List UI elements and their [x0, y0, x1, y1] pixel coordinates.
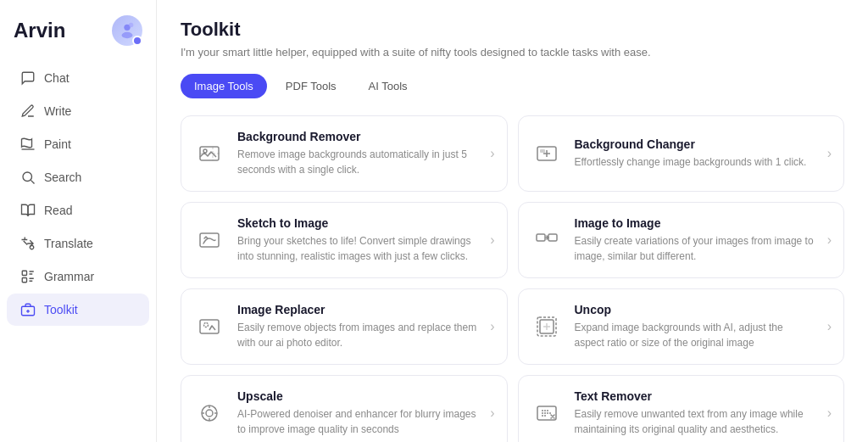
svg-rect-18 [548, 234, 557, 241]
svg-point-6 [30, 245, 34, 249]
image-replacer-icon [193, 311, 225, 343]
tool-desc: Effortlessly change image backgrounds wi… [575, 154, 815, 170]
toolkit-icon [20, 302, 36, 317]
tool-name: Uncop [575, 303, 815, 316]
tool-name: Background Changer [575, 137, 815, 151]
tool-info: Sketch to Image Bring your sketches to l… [237, 216, 478, 264]
sidebar-item-label: Read [44, 204, 72, 217]
sidebar-logo: Arvin [0, 15, 156, 61]
app-title: Arvin [14, 19, 65, 42]
tool-desc: Remove image backgrounds automatically i… [237, 147, 478, 177]
sidebar-item-label: Toolkit [44, 303, 78, 316]
tool-card-background-changer[interactable]: Background Changer Effortlessly change i… [518, 115, 845, 192]
paint-icon [20, 137, 36, 152]
svg-point-24 [206, 410, 213, 417]
arrow-icon: › [490, 146, 494, 161]
tool-card-background-remover[interactable]: Background Remover Remove image backgrou… [181, 115, 508, 192]
sidebar-item-write[interactable]: Write [7, 95, 149, 127]
tool-desc: Easily remove objects from images and re… [237, 320, 478, 350]
svg-point-20 [204, 323, 209, 327]
tool-info: Image to Image Easily create variations … [575, 216, 815, 264]
tab-image-tools[interactable]: Image Tools [181, 74, 267, 98]
tool-info: Background Remover Remove image backgrou… [237, 130, 478, 177]
tool-desc: Easily remove unwanted text from any ima… [575, 406, 815, 437]
sidebar-item-label: Write [44, 104, 71, 118]
background-remover-icon [193, 137, 225, 170]
sidebar-item-chat[interactable]: Chat [7, 62, 149, 94]
tool-info: Upscale AI-Powered denoiser and enhancer… [237, 389, 478, 437]
sidebar-item-label: Chat [44, 71, 70, 85]
sidebar-item-toolkit[interactable]: Toolkit [7, 294, 149, 326]
text-remover-icon [531, 397, 563, 429]
sidebar-item-label: Grammar [44, 270, 94, 283]
tool-info: Background Changer Effortlessly change i… [575, 137, 815, 170]
tool-desc: Easily create variations of your images … [575, 233, 815, 264]
avatar[interactable] [112, 15, 142, 46]
svg-rect-19 [200, 320, 219, 333]
tool-card-text-remover[interactable]: Text Remover Easily remove unwanted text… [518, 375, 845, 442]
sidebar-item-label: Translate [44, 237, 93, 250]
svg-rect-8 [22, 278, 26, 283]
tool-info: Image Replacer Easily remove objects fro… [237, 303, 478, 350]
tool-name: Image Replacer [237, 303, 478, 316]
sidebar-item-label: Search [44, 171, 81, 184]
sidebar-item-label: Paint [44, 137, 71, 151]
svg-point-4 [23, 172, 32, 182]
arrow-icon: › [490, 319, 494, 334]
tool-info: Uncop Expand image backgrounds with AI, … [575, 303, 815, 350]
tool-name: Upscale [237, 389, 478, 403]
tool-name: Image to Image [575, 216, 815, 230]
translate-icon [20, 236, 36, 251]
sidebar: Arvin Chat Write [0, 0, 157, 442]
tabs-bar: Image Tools PDF Tools AI Tools [181, 74, 844, 98]
tool-card-uncop[interactable]: Uncop Expand image backgrounds with AI, … [518, 288, 845, 365]
main-content: Toolkit I'm your smart little helper, eq… [157, 0, 868, 442]
sidebar-item-grammar[interactable]: Grammar [7, 260, 149, 293]
svg-point-13 [203, 149, 207, 153]
arrow-icon: › [827, 232, 832, 248]
image-to-image-icon [531, 224, 563, 256]
background-changer-icon [531, 137, 563, 170]
sketch-to-image-icon [193, 224, 225, 256]
tool-desc: AI-Powered denoiser and enhancer for blu… [237, 406, 478, 437]
tool-info: Text Remover Easily remove unwanted text… [575, 389, 815, 437]
arrow-icon: › [827, 319, 832, 334]
svg-line-5 [31, 180, 34, 183]
sidebar-item-paint[interactable]: Paint [7, 128, 149, 160]
tools-grid: Background Remover Remove image backgrou… [181, 115, 844, 442]
tool-card-sketch-to-image[interactable]: Sketch to Image Bring your sketches to l… [181, 202, 508, 278]
tool-desc: Bring your sketches to life! Convert sim… [237, 233, 478, 264]
write-icon [20, 104, 36, 119]
sidebar-item-translate[interactable]: Translate [7, 227, 149, 260]
nav-list: Chat Write Paint Search [0, 61, 156, 327]
read-icon [20, 203, 36, 218]
tool-card-upscale[interactable]: Upscale AI-Powered denoiser and enhancer… [181, 375, 508, 442]
tool-desc: Expand image backgrounds with AI, adjust… [575, 320, 815, 350]
svg-point-2 [129, 23, 134, 27]
arrow-icon: › [827, 406, 832, 421]
tool-name: Text Remover [575, 389, 815, 403]
tool-name: Background Remover [237, 130, 478, 143]
arrow-icon: › [827, 146, 832, 161]
svg-point-1 [122, 32, 133, 38]
uncop-icon [531, 311, 563, 343]
grammar-icon [20, 269, 36, 284]
avatar-badge [132, 36, 142, 46]
search-icon [20, 170, 36, 185]
tool-card-image-to-image[interactable]: Image to Image Easily create variations … [518, 202, 845, 278]
svg-rect-15 [540, 149, 545, 153]
tool-name: Sketch to Image [237, 216, 478, 230]
arrow-icon: › [490, 232, 494, 248]
svg-rect-17 [537, 234, 545, 241]
sidebar-item-read[interactable]: Read [7, 194, 149, 227]
tab-pdf-tools[interactable]: PDF Tools [272, 74, 350, 98]
page-title: Toolkit [181, 19, 844, 41]
page-subtitle: I'm your smart little helper, equipped w… [181, 46, 844, 59]
upscale-icon [193, 397, 225, 429]
chat-icon [20, 70, 36, 86]
arrow-icon: › [490, 406, 494, 421]
sidebar-item-search[interactable]: Search [7, 161, 149, 193]
tool-card-image-replacer[interactable]: Image Replacer Easily remove objects fro… [181, 288, 508, 365]
svg-rect-7 [22, 271, 26, 275]
tab-ai-tools[interactable]: AI Tools [355, 74, 421, 98]
